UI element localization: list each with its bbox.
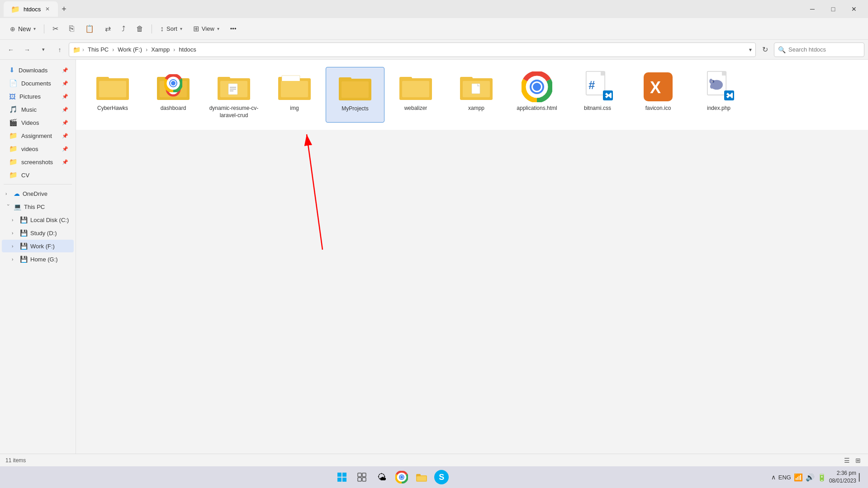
- svg-rect-68: [417, 476, 426, 481]
- task-view-icon: [357, 473, 366, 482]
- breadcrumb-xampp[interactable]: Xampp: [149, 45, 171, 54]
- sidebar-item-screenshots[interactable]: 📁 screenshots 📌: [2, 156, 74, 168]
- sidebar-item-study-d[interactable]: › 💾 Study (D:): [2, 227, 74, 239]
- file-label-favicon-ico: favicon.ico: [645, 105, 671, 112]
- sidebar-item-videos2[interactable]: 📁 videos 📌: [2, 142, 74, 155]
- sidebar-item-onedrive[interactable]: › ☁ OneDrive: [2, 187, 74, 200]
- svg-rect-54: [337, 473, 342, 477]
- up-button[interactable]: ↑: [52, 43, 67, 57]
- svg-rect-61: [362, 478, 366, 481]
- tray-up-arrow[interactable]: ∧: [771, 474, 776, 481]
- move-button[interactable]: ⇄: [100, 21, 115, 37]
- sidebar-item-this-pc[interactable]: › 💻 This PC: [2, 200, 74, 213]
- copy-button[interactable]: ⎘: [65, 21, 79, 37]
- sidebar-label-onedrive: OneDrive: [23, 190, 47, 197]
- sidebar-item-work-f[interactable]: › 💾 Work (F:): [2, 240, 74, 252]
- new-tab-button[interactable]: +: [58, 3, 70, 16]
- language-indicator: ENG: [778, 474, 791, 481]
- sidebar-item-downloads[interactable]: ⬇ Downloads 📌: [2, 64, 74, 76]
- dashboard-icon-area: [155, 71, 191, 103]
- grid-view-button[interactable]: ⊞: [854, 456, 863, 465]
- widgets-icon: 🌤: [377, 472, 386, 483]
- tab-label: htdocs: [24, 6, 41, 13]
- pin-icon-documents: 📌: [62, 81, 68, 86]
- breadcrumb-this-pc[interactable]: This PC: [86, 45, 110, 54]
- status-right: ☰ ⊞: [842, 456, 863, 465]
- search-input[interactable]: [788, 46, 864, 53]
- file-item-webalizer[interactable]: webalizer: [386, 67, 445, 123]
- file-item-dynamic-resume[interactable]: dynamic-resume-cv-laravel-crud: [204, 67, 263, 123]
- sort-icon: ↕: [160, 25, 164, 33]
- cut-button[interactable]: ✂: [48, 21, 63, 37]
- widgets-button[interactable]: 🌤: [373, 468, 391, 486]
- address-bar-chevron-icon[interactable]: ▾: [749, 47, 752, 53]
- sidebar-item-pictures[interactable]: 🖼 Pictures 📌: [2, 90, 74, 103]
- title-bar: 📁 htdocs ✕ + ─ □ ✕: [0, 0, 868, 18]
- start-button[interactable]: [333, 468, 351, 486]
- list-view-button[interactable]: ☰: [842, 456, 852, 465]
- task-view-button[interactable]: [353, 468, 371, 486]
- file-item-img[interactable]: img: [265, 67, 324, 123]
- breadcrumb-htdocs[interactable]: htdocs: [177, 45, 198, 54]
- back-button[interactable]: ←: [4, 43, 18, 57]
- delete-button[interactable]: 🗑: [132, 21, 148, 37]
- pin-icon-assignment: 📌: [62, 133, 68, 139]
- sidebar-item-assignment[interactable]: 📁 Assignment 📌: [2, 129, 74, 142]
- sidebar-label-downloads: Downloads: [19, 67, 47, 74]
- sidebar-label-pictures: Pictures: [19, 93, 41, 100]
- chrome-overlay: [164, 74, 182, 94]
- svg-point-65: [400, 476, 403, 479]
- sidebar-label-documents: Documents: [21, 80, 51, 87]
- minimize-button[interactable]: ─: [802, 1, 823, 17]
- file-item-myprojects[interactable]: MyProjects: [326, 67, 384, 123]
- view-button[interactable]: ⊞ View ▾: [189, 21, 224, 37]
- tab-area: 📁 htdocs ✕ +: [4, 1, 802, 17]
- file-item-dashboard[interactable]: dashboard: [144, 67, 203, 123]
- skype-taskbar-button[interactable]: S: [432, 468, 451, 486]
- sort-button[interactable]: ↕ Sort ▾: [156, 21, 187, 37]
- breadcrumb-work[interactable]: Work (F:): [116, 45, 144, 54]
- onedrive-chevron-icon: ›: [5, 191, 11, 196]
- active-tab[interactable]: 📁 htdocs ✕: [4, 1, 58, 17]
- chrome-taskbar-button[interactable]: [393, 468, 411, 486]
- file-item-applications-html[interactable]: applications.html: [508, 67, 566, 123]
- file-explorer-taskbar-button[interactable]: [413, 468, 431, 486]
- address-bar[interactable]: 📁 › This PC › Work (F:) › Xampp › htdocs…: [69, 43, 756, 57]
- sidebar-item-music[interactable]: 🎵 Music 📌: [2, 103, 74, 116]
- maximize-button[interactable]: □: [823, 1, 844, 17]
- refresh-button[interactable]: ↻: [758, 43, 772, 57]
- sidebar-label-screenshots: screenshots: [21, 159, 53, 166]
- sidebar-item-local-disk-c[interactable]: › 💾 Local Disk (C:): [2, 213, 74, 226]
- downloads-icon: ⬇: [9, 66, 15, 74]
- recent-button[interactable]: ▾: [36, 43, 51, 57]
- show-desktop-button[interactable]: ▏: [859, 473, 864, 482]
- local-disk-c-chevron-icon: ›: [12, 218, 17, 223]
- new-button[interactable]: ⊕ New ▾: [5, 21, 40, 37]
- close-button[interactable]: ✕: [844, 1, 864, 17]
- sidebar-item-documents[interactable]: 📄 Documents 📌: [2, 77, 74, 90]
- tab-close-button[interactable]: ✕: [44, 5, 51, 13]
- sidebar-label-cv: CV: [21, 172, 29, 179]
- file-item-favicon-ico[interactable]: X favicon.ico: [629, 67, 688, 123]
- svg-rect-55: [342, 473, 346, 477]
- file-item-bitnami-css[interactable]: # bitnami.css: [568, 67, 627, 123]
- battery-icon: 🔋: [817, 473, 826, 482]
- view-icon: ⊞: [193, 24, 199, 33]
- sort-chevron-icon: ▾: [180, 26, 182, 31]
- share-button[interactable]: ⤴: [117, 21, 130, 37]
- time-area[interactable]: 2:36 pm 08/01/2023: [829, 469, 856, 485]
- sidebar-item-home-g[interactable]: › 💾 Home (G:): [2, 253, 74, 265]
- file-area: CyberHawks: [76, 60, 868, 130]
- search-icon: 🔍: [778, 46, 786, 53]
- music-icon: 🎵: [9, 105, 18, 114]
- sidebar-item-cv[interactable]: 📁 CV: [2, 169, 74, 181]
- paste-button[interactable]: 📋: [81, 21, 99, 37]
- sidebar-item-videos[interactable]: 🎬 Videos 📌: [2, 116, 74, 129]
- forward-button[interactable]: →: [20, 43, 34, 57]
- file-item-index-php[interactable]: index.php: [689, 67, 748, 123]
- more-button[interactable]: •••: [226, 21, 241, 37]
- file-item-xampp[interactable]: xampp: [447, 67, 506, 123]
- file-item-cyberhawks[interactable]: CyberHawks: [83, 67, 142, 123]
- search-box[interactable]: 🔍: [774, 43, 864, 57]
- file-label-dashboard: dashboard: [161, 105, 186, 112]
